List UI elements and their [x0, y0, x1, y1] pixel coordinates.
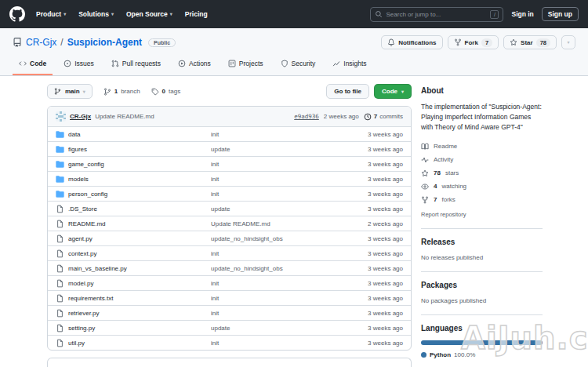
- file-name-link[interactable]: data: [68, 131, 211, 138]
- activity-link[interactable]: Activity: [421, 153, 543, 166]
- file-row: models init 3 weeks ago: [48, 171, 411, 186]
- repo-name-link[interactable]: Suspicion-Agent: [67, 37, 142, 48]
- tab-label: Projects: [239, 60, 263, 67]
- sign-up-button[interactable]: Sign up: [542, 7, 579, 21]
- file-name-link[interactable]: README.md: [68, 220, 211, 227]
- file-name-link[interactable]: context.py: [68, 250, 211, 257]
- repo-owner-link[interactable]: CR-Gjx: [26, 37, 56, 48]
- about-section: About The implementation of "Suspicion-A…: [421, 84, 543, 228]
- sign-in-link[interactable]: Sign in: [511, 10, 533, 18]
- commit-count: 7: [374, 113, 377, 120]
- file-commit-message-link[interactable]: init: [211, 191, 348, 198]
- watching-link[interactable]: 4 watching: [421, 180, 543, 193]
- file-icon: [56, 324, 68, 332]
- file-commit-message-link[interactable]: init: [211, 250, 348, 257]
- nav-item-pricing[interactable]: Pricing: [185, 10, 208, 18]
- code-download-button[interactable]: Code ▾: [374, 84, 412, 99]
- file-updated-date: 3 weeks ago: [348, 146, 403, 153]
- file-name-link[interactable]: util.py: [68, 340, 211, 347]
- tag-count: 0: [162, 88, 165, 95]
- file-commit-message-link[interactable]: init: [211, 340, 348, 347]
- commit-hash-link[interactable]: e9ad936: [294, 113, 319, 120]
- nav-item-solutions[interactable]: Solutions▾: [78, 10, 114, 18]
- tab-pull-requests[interactable]: Pull requests: [105, 55, 167, 75]
- commit-date: 2 weeks ago: [324, 113, 359, 120]
- commit-author-link[interactable]: CR-Gjx: [70, 113, 91, 120]
- file-commit-message-link[interactable]: update_no_hindsight_obs: [211, 265, 348, 272]
- pulse-icon: [421, 156, 429, 164]
- commit-history-link[interactable]: 7 commits: [364, 113, 403, 121]
- file-name-link[interactable]: person_config: [68, 191, 211, 198]
- file-commit-message-link[interactable]: update_no_hindsight_obs: [211, 235, 348, 242]
- branch-icon: [103, 88, 111, 96]
- file-name-link[interactable]: agent.py: [68, 235, 211, 242]
- nav-item-product[interactable]: Product▾: [36, 10, 66, 18]
- repo-actions: Notifications Fork 7 Star 78 ▾: [381, 35, 575, 49]
- branch-selector[interactable]: main ▾: [47, 84, 93, 99]
- tab-code[interactable]: Code: [13, 55, 53, 75]
- navbar-right: / Sign in Sign up: [370, 7, 579, 22]
- primary-nav: Product▾ Solutions▾ Open Source▾ Pricing: [36, 10, 208, 18]
- file-row: setting.py update 3 weeks ago: [48, 320, 411, 335]
- file-name-link[interactable]: main_vs_baseline.py: [68, 265, 211, 272]
- commit-message-link[interactable]: Update README.md: [95, 113, 154, 120]
- file-name-link[interactable]: model.py: [68, 280, 211, 287]
- report-repository-link[interactable]: Report repository: [421, 211, 543, 218]
- tab-projects[interactable]: Projects: [222, 55, 270, 75]
- fork-count: 7: [481, 38, 492, 47]
- about-item-label: Activity: [434, 156, 453, 163]
- tab-security[interactable]: Security: [274, 55, 322, 75]
- about-item-label: stars: [445, 169, 459, 176]
- tab-actions[interactable]: Actions: [172, 55, 217, 75]
- go-to-file-button[interactable]: Go to file: [326, 84, 369, 99]
- file-name-link[interactable]: setting.py: [68, 325, 211, 332]
- chevron-down-icon: ▾: [64, 12, 66, 16]
- file-icon: [56, 249, 68, 258]
- file-commit-message-link[interactable]: init: [211, 131, 348, 138]
- book-icon: [421, 143, 429, 151]
- file-name-link[interactable]: .DS_Store: [68, 205, 211, 213]
- code-column: main ▾ 1 branch 0 tags Go to file Code: [47, 84, 412, 367]
- file-name-link[interactable]: models: [68, 176, 211, 183]
- file-name-link[interactable]: figures: [68, 146, 211, 153]
- fork-button[interactable]: Fork 7: [448, 35, 499, 49]
- language-python[interactable]: Python 100.0%: [421, 351, 543, 358]
- notifications-label: Notifications: [398, 39, 436, 46]
- tab-insights[interactable]: Insights: [326, 55, 372, 75]
- folder-icon: [56, 145, 68, 154]
- forks-link[interactable]: 7 forks: [421, 193, 543, 206]
- commit-author-avatar[interactable]: [56, 111, 66, 122]
- branches-link[interactable]: 1 branch: [103, 88, 140, 96]
- search-input[interactable]: [386, 11, 487, 18]
- github-logo-icon[interactable]: [9, 6, 25, 22]
- star-button[interactable]: Star 78: [503, 35, 557, 49]
- file-commit-message-link[interactable]: init: [211, 295, 348, 302]
- file-name-link[interactable]: game_config: [68, 161, 211, 168]
- readme-link[interactable]: Readme: [421, 140, 543, 153]
- branch-icon: [54, 88, 62, 96]
- file-commit-message-link[interactable]: Update README.md: [211, 220, 348, 227]
- file-commit-message-link[interactable]: update: [211, 146, 348, 153]
- file-commit-message-link[interactable]: init: [211, 310, 348, 317]
- notifications-button[interactable]: Notifications: [381, 35, 442, 49]
- file-name-link[interactable]: requirements.txt: [68, 295, 211, 302]
- branch-bar: main ▾ 1 branch 0 tags Go to file Code: [47, 84, 412, 99]
- file-commit-message-link[interactable]: update: [211, 205, 348, 213]
- tab-issues[interactable]: Issues: [57, 55, 100, 75]
- file-commit-message-link[interactable]: init: [211, 280, 348, 287]
- file-updated-date: 3 weeks ago: [348, 295, 403, 302]
- releases-section: Releases No releases published: [421, 228, 543, 271]
- file-name-link[interactable]: retriever.py: [68, 310, 211, 317]
- file-icon: [56, 234, 68, 243]
- search-box[interactable]: /: [370, 7, 503, 22]
- star-dropdown-button[interactable]: ▾: [561, 35, 575, 49]
- chevron-down-icon: ▾: [83, 89, 85, 94]
- folder-icon: [56, 130, 68, 139]
- tags-link[interactable]: 0 tags: [151, 88, 181, 96]
- file-commit-message-link[interactable]: update: [211, 325, 348, 332]
- file-commit-message-link[interactable]: init: [211, 176, 348, 183]
- file-commit-message-link[interactable]: init: [211, 161, 348, 168]
- languages-title: Languages: [421, 324, 543, 332]
- stars-link[interactable]: 78 stars: [421, 166, 543, 180]
- nav-item-open-source[interactable]: Open Source▾: [126, 10, 172, 18]
